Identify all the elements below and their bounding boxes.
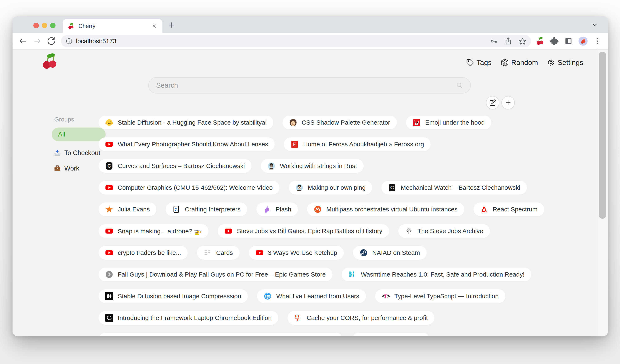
svg-text:C: C [107,163,111,169]
add-bookmark-button[interactable] [501,96,515,109]
star-icon [105,205,113,213]
bookmark-pill[interactable]: Fall Guys | Download & Play Fall Guys on… [98,268,333,281]
search-bar[interactable] [148,77,471,93]
bookmark-label: What Every Photographer Should Know Abou… [118,141,268,148]
url-text[interactable]: localhost:5173 [76,38,116,45]
bookmark-pill[interactable]: crypto traders be like... [98,246,188,260]
sidebar-item-to-checkout[interactable]: To Checkout [54,149,102,157]
bookmark-pill[interactable]: CSS Shadow Palette Generator [282,116,397,129]
bookmark-row: Fall Guys | Download & Play Fall Guys on… [98,268,544,281]
bookmark-pill[interactable]: <T>Type-Level TypeScript — Introduction [375,289,505,303]
bookmark-pill[interactable]: Multipass orchestrates virtual Ubuntu in… [307,202,464,216]
bookmark-pill[interactable]: The Steve Jobs Archive [398,224,490,238]
bookmark-pill[interactable]: Steve Jobs vs Bill Gates. Epic Rap Battl… [218,224,389,238]
bookmark-pill[interactable]: Cards [197,246,239,260]
nav-random[interactable]: Random [501,59,538,67]
forward-button[interactable] [32,37,42,46]
tab-cherry[interactable]: Cherry [63,19,162,33]
edit-pencil-icon [489,99,496,106]
bird-avatar-icon[interactable] [578,36,588,46]
framework-icon [105,314,113,322]
bookmark-pill[interactable]: Stable Diffusion based Image Compresssio… [98,289,248,303]
sidebar-item-work[interactable]: Work [54,165,102,172]
share-icon[interactable] [504,37,512,45]
bookmark-label: Crafting Interpreters [185,206,240,213]
scrollbar-thumb[interactable] [599,52,606,219]
page-scrollbar[interactable] [597,50,608,336]
nav-random-label: Random [511,59,538,67]
magnifier-icon [456,82,463,89]
search-input[interactable] [156,81,456,90]
bookmark-star-icon[interactable] [519,37,527,45]
edit-button[interactable] [486,96,499,109]
youtube-icon [105,249,113,257]
medium-dots-icon [105,292,113,300]
youtube-icon [224,227,232,235]
key-icon[interactable] [490,37,498,45]
minimize-window-button[interactable] [42,23,47,28]
nav-tags-label: Tags [477,59,492,67]
zoom-window-button[interactable] [50,23,56,28]
youtube-icon [105,227,113,235]
bookmark-pill[interactable]: Making our own ping [289,181,372,195]
bookmark-label: Home of Feross Aboukhadijeh » Feross.org [303,141,424,148]
book-icon [172,205,180,213]
feross-f-icon: F [291,140,298,148]
back-button[interactable] [18,37,28,46]
bookmark-pill[interactable]: Crafting Interpreters [166,202,247,216]
bookmark-pill[interactable]: Emoji under the hood [406,116,491,129]
groups-heading: Groups [54,116,102,123]
bookmark-pill[interactable]: CMechanical Watch – Bartosz Ciechanowski [381,181,527,195]
bookmark-pill[interactable]: What I've Learned from Users [257,289,366,303]
bookmark-row: Julia EvansCrafting InterpretersPlashMul… [98,202,544,216]
bookmark-pill[interactable] [352,333,430,336]
bookmark-pill[interactable]: Working with strings in Rust [261,159,364,173]
close-window-button[interactable] [33,23,39,28]
bookmark-pill[interactable]: Plash [256,202,298,216]
emoji-mask-icon [413,119,421,126]
bookmark-pill[interactable]: Computer Graphics (CMU 15-462/662): Welc… [98,181,279,195]
bookmark-pill[interactable]: Snap is making... a drone? 🚁 [98,224,209,238]
bookmark-pill[interactable]: Stable Diffusion - a Hugging Face Space … [98,116,273,129]
bookmark-label: Stable Diffusion based Image Compresssio… [118,293,241,300]
bookmark-label: NAIAD on Steam [372,249,420,256]
panel-icon[interactable] [564,37,573,46]
bookmark-row: Computer Graphics (CMU 15-462/662): Welc… [98,181,544,195]
sidebar-item-all[interactable]: All [52,128,106,141]
info-icon[interactable] [65,38,73,45]
bookmark-pill[interactable]: Wasmtime Reaches 1.0: Fast, Safe and Pro… [342,268,531,281]
bookmark-pill[interactable]: HTTPCache your CORS, for performance & p… [287,311,434,325]
bookmark-pill[interactable]: What Every Photographer Should Know Abou… [98,137,275,151]
close-tab-icon[interactable] [151,23,157,29]
bookmark-label: Mechanical Watch – Bartosz Ciechanowski [401,184,520,191]
puzzle-icon[interactable] [550,37,559,46]
bookmark-pill[interactable]: Julia Evans [98,202,156,216]
bookmark-pill[interactable]: NAIAD on Steam [353,246,426,260]
bookmark-pill[interactable]: Introducing the Framework Laptop Chromeb… [98,311,278,325]
bookmark-pill[interactable]: 3 Ways We Use Ketchup [249,246,344,260]
top-nav: Tags Random Settings [466,59,583,67]
bookmark-pill[interactable]: CCurves and Surfaces – Bartosz Ciechanow… [98,159,251,173]
cherry-extension-icon[interactable] [536,37,544,46]
bookmark-row [98,333,544,336]
sidebar-item-label: To Checkout [64,149,100,157]
bookmark-label: The Steve Jobs Archive [418,228,483,235]
globe-icon [264,292,272,300]
avatar-person-icon [289,119,297,126]
sidebar-items: AllTo CheckoutWork [42,128,102,172]
bookmark-row: crypto traders be like...Cards3 Ways We … [98,246,544,260]
bookmark-row: Introducing the Framework Laptop Chromeb… [98,311,544,325]
nav-settings[interactable]: Settings [547,59,583,67]
chevron-down-icon[interactable] [591,21,598,28]
bookmark-pill[interactable]: React Spectrum [473,202,544,216]
address-bar[interactable]: localhost:5173 [61,35,531,47]
bookmark-pill[interactable] [98,333,343,336]
browser-menu-icon[interactable] [593,37,602,46]
nav-tags[interactable]: Tags [466,59,492,67]
bookmark-pill[interactable]: FHome of Feross Aboukhadijeh » Feross.or… [284,137,431,151]
reload-button[interactable] [47,37,56,46]
svg-text:>: > [387,293,390,299]
svg-text:C: C [390,185,394,190]
multipass-icon [314,205,322,213]
new-tab-button[interactable] [167,21,176,29]
